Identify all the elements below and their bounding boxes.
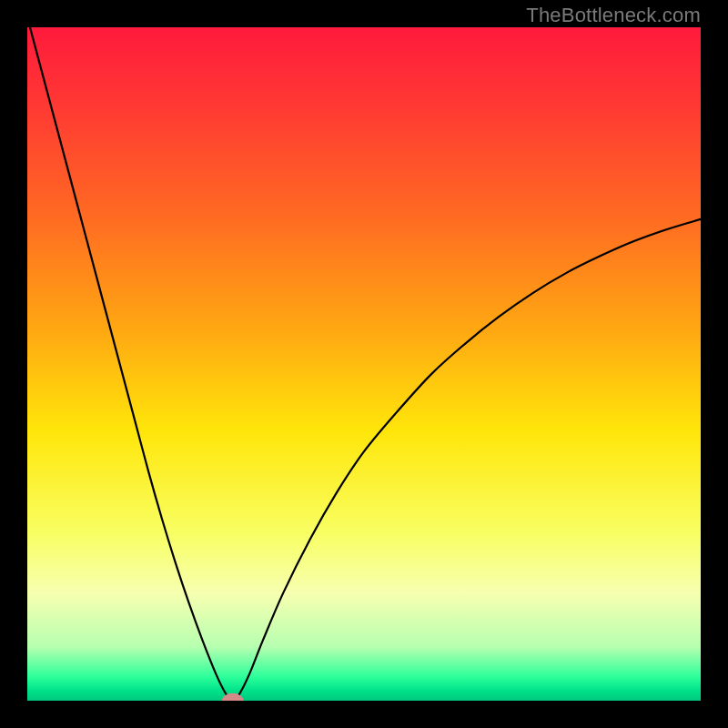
chart-gradient-bg <box>27 27 701 701</box>
watermark-text: TheBottleneck.com <box>526 4 701 27</box>
chart-container: TheBottleneck.com <box>0 0 728 728</box>
bottleneck-chart <box>0 0 728 728</box>
